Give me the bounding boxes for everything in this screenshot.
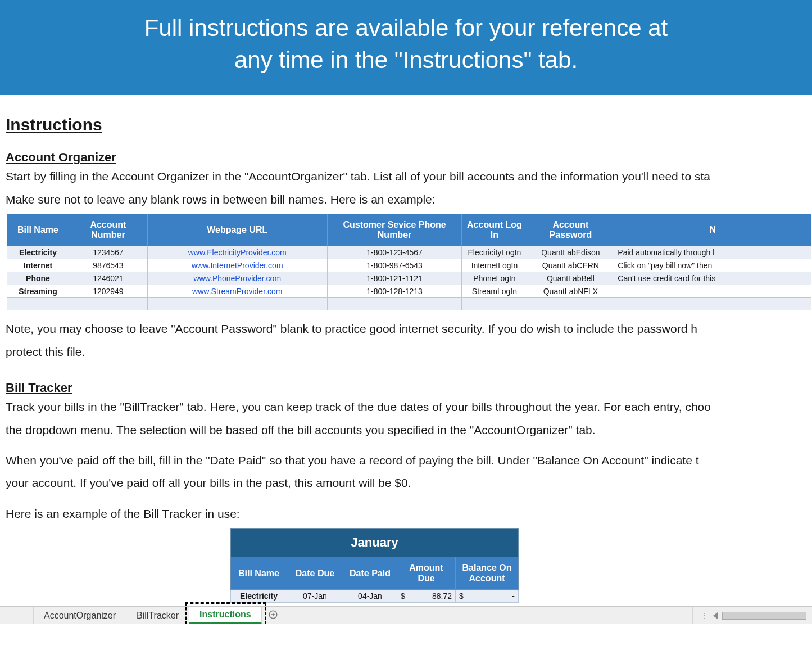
table-row: Electricity07-Jan04-Jan$88.72$- xyxy=(231,590,519,603)
document-body: Instructions Account Organizer Start by … xyxy=(0,95,812,603)
cell-bill-name: Streaming xyxy=(7,285,69,298)
cell-amount-due: $88.72 xyxy=(397,590,456,603)
heading-bill-tracker: Bill Tracker xyxy=(6,381,806,395)
col-account-login: Account Log In xyxy=(462,214,527,246)
cell-notes: Can't use credit card for this xyxy=(614,272,811,285)
cell-bill-name: Internet xyxy=(7,259,69,272)
cell-phone: 1-800-121-1121 xyxy=(327,272,462,285)
sheet-tab-instructions[interactable]: Instructions xyxy=(189,607,262,624)
col-bill-name: Bill Name xyxy=(231,557,287,590)
table-row: Electricity1234567www.ElectricityProvide… xyxy=(7,246,811,259)
bt-example-label: Here is an example of the Bill Tracker i… xyxy=(6,505,806,522)
cell-password: QuantLabCERN xyxy=(527,259,614,272)
cell-notes: Click on "pay bill now" then xyxy=(614,259,811,272)
cell-webpage-url: www.PhoneProvider.com xyxy=(147,272,327,285)
cell-password: QuantLabEdison xyxy=(527,246,614,259)
cell-login: InternetLogIn xyxy=(462,259,527,272)
sheet-tab-billtracker[interactable]: BillTracker xyxy=(126,607,189,624)
table-header-row: Bill Name Account Number Webpage URL Cus… xyxy=(7,214,811,246)
account-organizer-table: Bill Name Account Number Webpage URL Cus… xyxy=(7,214,811,310)
heading-instructions: Instructions xyxy=(6,115,806,134)
col-webpage-url: Webpage URL xyxy=(147,214,327,246)
bt-paid-line-2: your account. If you've paid off all you… xyxy=(6,475,806,491)
col-customer-service-phone: Customer Sevice Phone Number xyxy=(327,214,462,246)
table-row: Phone1246021www.PhoneProvider.com1-800-1… xyxy=(7,272,811,285)
table-row-empty xyxy=(7,298,811,310)
cell-account-number: 1234567 xyxy=(69,246,147,259)
cell-date-paid: 04-Jan xyxy=(343,590,397,603)
cell-notes: Paid automatically through l xyxy=(614,246,811,259)
plus-circle-icon xyxy=(268,610,278,622)
ao-intro-line-2: Make sure not to leave any blank rows in… xyxy=(6,191,806,208)
col-balance-on-account: Balance On Account xyxy=(456,557,519,590)
col-notes: N xyxy=(614,214,811,246)
ao-note-line-2: protect this file. xyxy=(6,344,806,360)
horizontal-scrollbar-thumb[interactable] xyxy=(722,612,806,620)
bt-month-header: January xyxy=(231,529,519,557)
sheet-tab-bar: AccountOrganizerBillTrackerInstructions … xyxy=(0,606,812,624)
bt-paid-line-1: When you've paid off the bill, fill in t… xyxy=(6,452,806,469)
horizontal-scroll-controls: ⋮ xyxy=(692,607,812,624)
ao-note-line-1: Note, you may choose to leave "Account P… xyxy=(6,321,806,337)
cell-login: PhoneLogIn xyxy=(462,272,527,285)
tab-lead-spacer xyxy=(0,607,34,624)
cell-login: StreamLogIn xyxy=(462,285,527,298)
cell-account-number: 1246021 xyxy=(69,272,147,285)
bill-tracker-table: January Bill Name Date Due Date Paid Amo… xyxy=(230,528,519,603)
provider-link[interactable]: www.ElectricityProvider.com xyxy=(188,248,287,257)
col-amount-due: Amount Due xyxy=(397,557,456,590)
cell-phone: 1-800-128-1213 xyxy=(327,285,462,298)
cell-date-due: 07-Jan xyxy=(287,590,343,603)
banner-line-1: Full instructions are available for your… xyxy=(34,12,778,44)
new-sheet-button[interactable] xyxy=(262,607,284,624)
cell-balance: $- xyxy=(456,590,519,603)
drag-handle-icon[interactable]: ⋮ xyxy=(701,612,709,620)
cell-bill-name: Electricity xyxy=(7,246,69,259)
provider-link[interactable]: www.StreamProvider.com xyxy=(192,287,282,296)
table-row: Streaming1202949www.StreamProvider.com1-… xyxy=(7,285,811,298)
provider-link[interactable]: www.InternetProvider.com xyxy=(192,261,283,270)
col-account-password: Account Password xyxy=(527,214,614,246)
info-banner: Full instructions are available for your… xyxy=(0,0,812,95)
provider-link[interactable]: www.PhoneProvider.com xyxy=(193,274,281,283)
cell-password: QuantLabNFLX xyxy=(527,285,614,298)
heading-account-organizer: Account Organizer xyxy=(6,150,806,165)
table-header-row: Bill Name Date Due Date Paid Amount Due … xyxy=(231,557,519,590)
banner-line-2: any time in the "Instructions" tab. xyxy=(34,44,778,76)
cell-webpage-url: www.StreamProvider.com xyxy=(147,285,327,298)
sheet-tab-accountorganizer[interactable]: AccountOrganizer xyxy=(34,607,126,624)
cell-bill-name: Electricity xyxy=(231,590,287,603)
col-bill-name: Bill Name xyxy=(7,214,69,246)
cell-webpage-url: www.ElectricityProvider.com xyxy=(147,246,327,259)
bt-intro-line-1: Track your bills in the "BillTracker" ta… xyxy=(6,399,806,416)
bt-intro-line-2: the dropdown menu. The selection will be… xyxy=(6,422,806,439)
col-date-paid: Date Paid xyxy=(343,557,397,590)
cell-notes xyxy=(614,285,811,298)
cell-webpage-url: www.InternetProvider.com xyxy=(147,259,327,272)
col-account-number: Account Number xyxy=(69,214,147,246)
cell-account-number: 1202949 xyxy=(69,285,147,298)
col-date-due: Date Due xyxy=(287,557,343,590)
cell-account-number: 9876543 xyxy=(69,259,147,272)
table-row: Internet9876543www.InternetProvider.com1… xyxy=(7,259,811,272)
cell-bill-name: Phone xyxy=(7,272,69,285)
scroll-left-icon[interactable] xyxy=(713,612,718,619)
ao-intro-line-1: Start by filling in the Account Organize… xyxy=(6,168,806,185)
cell-phone: 1-800-123-4567 xyxy=(327,246,462,259)
cell-phone: 1-800-987-6543 xyxy=(327,259,462,272)
cell-login: ElectricityLogIn xyxy=(462,246,527,259)
cell-password: QuantLabBell xyxy=(527,272,614,285)
